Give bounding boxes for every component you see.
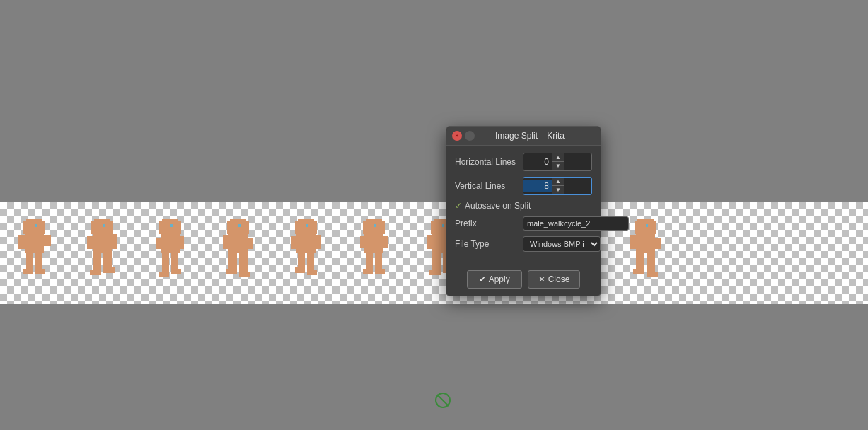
svg-rect-57: [375, 253, 382, 270]
svg-rect-58: [362, 268, 372, 274]
svg-rect-39: [239, 271, 250, 277]
svg-rect-18: [89, 269, 100, 275]
filetype-label: File Type: [455, 239, 519, 249]
svg-rect-38: [225, 268, 236, 274]
vertical-lines-input[interactable]: 8: [523, 180, 552, 192]
svg-rect-56: [365, 253, 372, 270]
svg-rect-24: [156, 238, 160, 249]
apply-icon: ✔: [479, 274, 486, 284]
horizontal-lines-label: Horizontal Lines: [455, 157, 519, 167]
svg-rect-22: [170, 223, 173, 226]
svg-rect-49: [307, 269, 317, 275]
window-minimize-button[interactable]: –: [465, 131, 475, 141]
dialog-body: Horizontal Lines 0 ▲ ▼ Vertical Lines 8 …: [446, 146, 601, 265]
svg-rect-4: [17, 235, 24, 249]
svg-rect-46: [297, 253, 304, 269]
dialog-footer: ✔ Apply ✕ Close: [446, 265, 601, 296]
window-minimize-icon: –: [468, 132, 471, 139]
dialog-title: Image Split – Krita: [479, 131, 595, 141]
svg-rect-32: [238, 223, 241, 226]
dialog-titlebar: × – Image Split – Krita: [446, 127, 601, 146]
autosave-row: ✓ Autosave on Split: [455, 201, 592, 211]
apply-button[interactable]: ✔ Apply: [467, 270, 522, 289]
svg-rect-99: [647, 271, 658, 277]
svg-rect-1: [23, 221, 45, 233]
sprite-frame-2: [74, 214, 130, 292]
window-close-button[interactable]: ×: [452, 131, 462, 141]
horizontal-lines-decrement[interactable]: ▼: [552, 162, 564, 170]
svg-rect-55: [383, 236, 388, 248]
svg-rect-34: [222, 235, 228, 249]
vertical-lines-spinbox: 8 ▲ ▼: [523, 177, 592, 195]
svg-rect-91: [634, 221, 656, 233]
svg-rect-35: [248, 238, 253, 249]
svg-rect-23: [160, 233, 180, 253]
svg-rect-28: [158, 271, 168, 277]
filetype-select[interactable]: Windows BMP i PNG JPEG TIFF: [523, 236, 601, 252]
svg-rect-19: [103, 267, 115, 272]
vertical-lines-row: Vertical Lines 8 ▲ ▼: [455, 177, 592, 195]
vertical-lines-spinbox-buttons: ▲ ▼: [552, 178, 564, 194]
svg-rect-95: [655, 238, 661, 249]
svg-rect-66: [432, 253, 440, 272]
svg-rect-48: [294, 267, 304, 272]
svg-rect-45: [316, 235, 321, 249]
svg-rect-42: [306, 223, 308, 226]
svg-rect-9: [35, 268, 45, 274]
svg-rect-25: [180, 236, 184, 249]
svg-rect-2: [34, 223, 37, 226]
svg-rect-17: [103, 253, 112, 269]
horizontal-lines-spinbox-buttons: ▲ ▼: [552, 153, 564, 170]
apply-label: Apply: [489, 274, 510, 284]
svg-rect-93: [635, 233, 655, 253]
svg-rect-7: [35, 253, 42, 270]
autosave-checkmark: ✓: [455, 201, 462, 211]
svg-rect-26: [161, 253, 168, 273]
prefix-label: Prefix: [455, 219, 519, 228]
svg-rect-11: [91, 221, 112, 233]
filetype-row: File Type Windows BMP i PNG JPEG TIFF: [455, 236, 592, 252]
svg-rect-59: [375, 268, 385, 274]
horizontal-lines-row: Horizontal Lines 0 ▲ ▼: [455, 153, 592, 171]
sprite-strip: [0, 202, 868, 304]
svg-rect-27: [171, 253, 178, 270]
vertical-lines-decrement[interactable]: ▼: [552, 186, 564, 194]
autosave-label[interactable]: ✓ Autosave on Split: [455, 201, 531, 211]
svg-rect-96: [635, 253, 644, 270]
close-button[interactable]: ✕ Close: [528, 270, 581, 289]
sprite-frame-1: [6, 214, 62, 292]
sprite-frame-4: [209, 214, 266, 292]
vertical-lines-increment[interactable]: ▲: [552, 178, 564, 186]
prefix-input[interactable]: male_walkcycle_2: [523, 216, 629, 231]
autosave-text: Autosave on Split: [465, 201, 531, 211]
svg-rect-14: [86, 236, 92, 249]
svg-rect-47: [307, 253, 314, 272]
svg-rect-15: [112, 233, 117, 249]
svg-rect-21: [158, 221, 180, 233]
svg-rect-13: [92, 233, 112, 253]
window-close-icon: ×: [455, 132, 458, 139]
horizontal-lines-increment[interactable]: ▲: [552, 153, 564, 162]
svg-rect-62: [441, 223, 444, 226]
svg-line-101: [437, 395, 449, 406]
sprite-frame-3: [141, 214, 198, 292]
prefix-row: Prefix male_walkcycle_2: [455, 216, 592, 231]
svg-rect-92: [645, 223, 648, 226]
svg-rect-29: [171, 268, 181, 274]
svg-rect-41: [294, 221, 316, 233]
close-label: Close: [548, 274, 570, 284]
close-icon: ✕: [538, 274, 545, 284]
title-buttons: × –: [452, 131, 475, 141]
svg-rect-51: [362, 221, 384, 233]
svg-rect-31: [226, 221, 248, 233]
svg-rect-54: [359, 236, 364, 248]
horizontal-lines-input[interactable]: 0: [523, 156, 552, 168]
svg-rect-68: [429, 269, 440, 275]
svg-rect-16: [92, 253, 100, 272]
svg-rect-8: [23, 268, 33, 274]
sprite-frame-5: [277, 214, 334, 292]
svg-rect-37: [239, 253, 248, 273]
svg-rect-52: [374, 223, 376, 226]
horizontal-lines-spinbox: 0 ▲ ▼: [523, 153, 592, 171]
vertical-lines-label: Vertical Lines: [455, 181, 519, 191]
